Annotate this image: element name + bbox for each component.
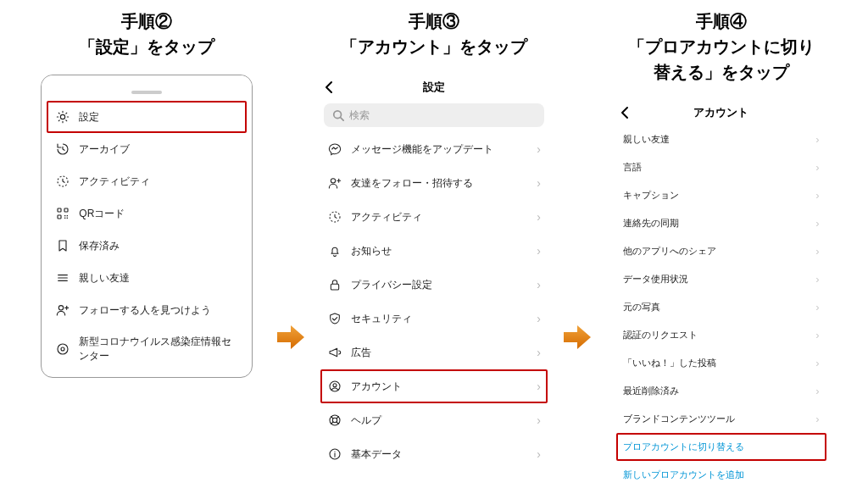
settings-item-label: 広告 bbox=[351, 346, 528, 360]
step-4-title: 手順④ 「プロアカウントに切り 替える」をタップ bbox=[628, 8, 815, 85]
settings-item-4[interactable]: プライバシー設定› bbox=[320, 268, 548, 302]
info-icon bbox=[327, 446, 342, 462]
svg-point-32 bbox=[334, 452, 335, 452]
account-item-8[interactable]: 「いいね！」した投稿› bbox=[616, 349, 826, 377]
svg-point-24 bbox=[333, 384, 337, 387]
messenger-icon bbox=[327, 141, 342, 157]
svg-rect-4 bbox=[64, 215, 65, 216]
settings-item-label: 基本データ bbox=[351, 447, 528, 462]
back-button[interactable] bbox=[615, 103, 635, 123]
menu-item-2[interactable]: アクティビティ bbox=[47, 165, 247, 197]
chevron-right-icon: › bbox=[537, 312, 541, 325]
account-icon bbox=[327, 379, 342, 394]
account-item-3[interactable]: 連絡先の同期› bbox=[616, 209, 826, 237]
chevron-right-icon: › bbox=[537, 413, 541, 427]
menu-item-4[interactable]: 保存済み bbox=[47, 230, 247, 262]
svg-rect-5 bbox=[67, 215, 68, 216]
menu-item-3[interactable]: QRコード bbox=[47, 197, 247, 230]
settings-title: 設定 bbox=[423, 80, 445, 95]
account-item-10[interactable]: ブランドコンテンツツール› bbox=[616, 405, 826, 433]
menu-item-label: アクティビティ bbox=[79, 175, 238, 189]
menu-item-1[interactable]: アーカイブ bbox=[47, 133, 247, 165]
menu-item-label: QRコード bbox=[79, 207, 238, 221]
chevron-right-icon: › bbox=[537, 380, 541, 393]
sheet-handle bbox=[42, 75, 252, 96]
search-placeholder: 検索 bbox=[349, 108, 370, 123]
account-item-6[interactable]: 元の写真› bbox=[616, 293, 826, 321]
svg-point-15 bbox=[61, 347, 64, 351]
panel-2-menu: 設定アーカイブアクティビティQRコード保存済み親しい友達フォローする人を見つけよ… bbox=[41, 75, 253, 378]
account-item-12[interactable]: 新しいプロアカウントを追加 bbox=[616, 461, 826, 488]
step-2-title: 手順② 「設定」をタップ bbox=[79, 8, 214, 59]
chevron-right-icon: › bbox=[815, 245, 819, 258]
account-item-label: 他のアプリへのシェア bbox=[623, 245, 816, 258]
account-item-1[interactable]: 言語› bbox=[616, 153, 826, 181]
step-2-column: 手順② 「設定」をタップ 設定アーカイブアクティビティQRコード保存済み親しい友… bbox=[25, 8, 269, 378]
svg-point-14 bbox=[58, 344, 68, 354]
account-item-2[interactable]: キャプション› bbox=[616, 181, 826, 209]
settings-item-0[interactable]: メッセージ機能をアップデート› bbox=[320, 132, 548, 166]
account-item-label: 言語 bbox=[623, 161, 816, 174]
settings-item-label: セキュリティ bbox=[351, 312, 528, 326]
lock-icon bbox=[327, 277, 342, 292]
settings-item-label: 友達をフォロー・招待する bbox=[351, 176, 528, 191]
back-button[interactable] bbox=[319, 77, 339, 97]
chevron-right-icon: › bbox=[537, 210, 541, 224]
search-input[interactable]: 検索 bbox=[324, 103, 544, 127]
account-title: アカウント bbox=[693, 105, 748, 120]
menu-item-label: 新型コロナウイルス感染症情報センター bbox=[79, 335, 238, 363]
account-item-label: 元の写真 bbox=[623, 301, 816, 313]
gear-icon bbox=[55, 109, 70, 125]
menu-item-label: 親しい友達 bbox=[79, 271, 238, 286]
account-item-label: 最近削除済み bbox=[623, 385, 816, 397]
shield-icon bbox=[327, 311, 342, 326]
settings-item-1[interactable]: 友達をフォロー・招待する› bbox=[320, 166, 548, 200]
account-item-label: プロアカウントに切り替える bbox=[623, 441, 820, 453]
settings-item-9[interactable]: 基本データ› bbox=[320, 437, 548, 471]
chevron-right-icon: › bbox=[815, 161, 819, 174]
activity-icon bbox=[327, 209, 342, 225]
chevron-right-icon: › bbox=[537, 142, 541, 156]
settings-item-8[interactable]: ヘルプ› bbox=[320, 403, 548, 437]
account-item-9[interactable]: 最近削除済み› bbox=[616, 377, 826, 405]
step-3-column: 手順③ 「アカウント」をタップ 設定 検索 メッセージ機能をアップデート›友達を… bbox=[313, 8, 556, 471]
help-icon bbox=[327, 413, 342, 428]
settings-item-7[interactable]: アカウント› bbox=[320, 369, 548, 403]
svg-rect-7 bbox=[67, 218, 68, 219]
account-item-4[interactable]: 他のアプリへのシェア› bbox=[616, 237, 826, 265]
add-person-icon bbox=[55, 302, 70, 318]
arrow-right-icon bbox=[562, 322, 593, 352]
account-item-label: 連絡先の同期 bbox=[623, 217, 816, 230]
step-4-column: 手順④ 「プロアカウントに切り 替える」をタップ アカウント 親しい友達›言語›… bbox=[599, 8, 843, 488]
chevron-right-icon: › bbox=[815, 385, 819, 397]
arrow-right-icon bbox=[275, 322, 306, 352]
settings-item-5[interactable]: セキュリティ› bbox=[320, 302, 548, 336]
arrow-2-3 bbox=[275, 8, 306, 480]
chevron-right-icon: › bbox=[815, 357, 819, 369]
settings-item-6[interactable]: 広告› bbox=[320, 336, 548, 369]
svg-line-27 bbox=[331, 416, 333, 419]
account-item-0[interactable]: 親しい友達› bbox=[616, 125, 826, 153]
settings-item-label: お知らせ bbox=[351, 244, 528, 258]
svg-rect-2 bbox=[64, 208, 68, 212]
menu-item-0[interactable]: 設定 bbox=[47, 101, 247, 133]
account-item-11[interactable]: プロアカウントに切り替える bbox=[616, 433, 826, 461]
svg-rect-22 bbox=[331, 284, 338, 290]
account-item-7[interactable]: 認証のリクエスト› bbox=[616, 321, 826, 349]
settings-item-2[interactable]: アクティビティ› bbox=[320, 200, 548, 234]
account-item-label: 新しいプロアカウントを追加 bbox=[623, 469, 820, 481]
settings-item-3[interactable]: お知らせ› bbox=[320, 234, 548, 268]
settings-item-label: ヘルプ bbox=[351, 413, 528, 428]
menu-item-7[interactable]: 新型コロナウイルス感染症情報センター bbox=[47, 326, 247, 372]
search-icon bbox=[332, 109, 344, 121]
chevron-left-icon bbox=[618, 106, 632, 119]
menu-item-label: 保存済み bbox=[79, 239, 238, 253]
arrow-3-4 bbox=[562, 8, 593, 480]
menu-item-5[interactable]: 親しい友達 bbox=[47, 262, 247, 294]
account-item-5[interactable]: データ使用状況› bbox=[616, 265, 826, 293]
svg-point-26 bbox=[332, 418, 337, 422]
svg-line-29 bbox=[331, 422, 333, 424]
menu-item-6[interactable]: フォローする人を見つけよう bbox=[47, 294, 247, 326]
activity-icon bbox=[55, 174, 70, 189]
chevron-right-icon: › bbox=[537, 278, 541, 291]
